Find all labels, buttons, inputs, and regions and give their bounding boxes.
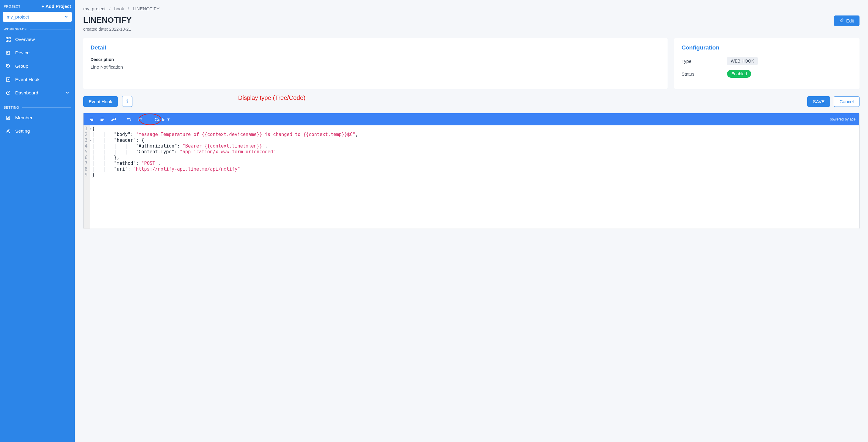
project-selector[interactable]: my_project <box>3 12 72 22</box>
setting-section-label: SETTING <box>4 106 71 109</box>
wrench-icon[interactable] <box>109 115 118 124</box>
status-badge: Enabled <box>727 70 751 78</box>
breadcrumb-separator: / <box>109 6 111 11</box>
main-content: my_project / hook / LINENOTIFY LINENOTIF… <box>75 0 868 442</box>
json-editor: Code ▾ powered by ace 123456789 {| | "bo… <box>83 113 860 229</box>
svg-rect-4 <box>7 51 10 54</box>
tag-icon <box>5 63 11 69</box>
breadcrumb-item[interactable]: hook <box>114 6 124 11</box>
line-gutter: 123456789 <box>84 125 90 229</box>
chevron-down-icon <box>66 90 69 96</box>
editor-toolbar: Code ▾ powered by ace <box>84 113 859 125</box>
code-area[interactable]: 123456789 {| | "body": "message=Temperat… <box>84 125 859 229</box>
detail-card: Detail Description Line Notification <box>83 38 668 89</box>
description-label: Description <box>91 57 660 62</box>
page-title: LINENOTIFY <box>83 15 132 25</box>
sidebar-item-label: Device <box>15 50 29 56</box>
info-button[interactable]: i <box>122 96 132 107</box>
sidebar-item-dashboard[interactable]: Dashboard <box>3 86 72 100</box>
breadcrumb-separator: / <box>128 6 129 11</box>
member-icon <box>5 115 11 121</box>
grid-icon <box>5 37 11 42</box>
created-date: created date: 2022-10-21 <box>83 27 132 32</box>
sidebar-item-overview[interactable]: Overview <box>3 33 72 46</box>
breadcrumb: my_project / hook / LINENOTIFY <box>83 6 860 11</box>
description-value: Line Notification <box>91 64 660 69</box>
pencil-icon <box>839 18 844 23</box>
sidebar-item-label: Event Hook <box>15 77 39 82</box>
expand-all-icon[interactable] <box>87 115 96 124</box>
sidebar-item-label: Setting <box>15 128 30 134</box>
svg-rect-0 <box>6 37 8 39</box>
redo-icon[interactable] <box>136 115 144 124</box>
breadcrumb-item: LINENOTIFY <box>133 6 159 11</box>
chip-icon <box>5 50 11 56</box>
sidebar-item-label: Dashboard <box>15 90 38 96</box>
arrow-box-icon <box>5 77 11 82</box>
sidebar-item-member[interactable]: Member <box>3 111 72 124</box>
sidebar-item-device[interactable]: Device <box>3 46 72 60</box>
sidebar: PROJECT + Add Project my_project WORKSPA… <box>0 0 75 442</box>
annotation-text: Display type (Tree/Code) <box>238 94 306 101</box>
event-hook-button[interactable]: Event Hook <box>83 96 118 107</box>
mode-dropdown[interactable]: Code ▾ <box>152 115 173 123</box>
configuration-card: Configuration Type WEB HOOK Status Enabl… <box>674 38 860 89</box>
add-project-button[interactable]: + Add Project <box>41 4 71 9</box>
cancel-button[interactable]: Cancel <box>834 96 860 107</box>
plus-icon: + <box>41 4 44 9</box>
detail-title: Detail <box>91 44 660 51</box>
gear-icon <box>5 128 11 134</box>
sidebar-item-eventhook[interactable]: Event Hook <box>3 73 72 86</box>
sidebar-item-group[interactable]: Group <box>3 60 72 73</box>
powered-by-label: powered by ace <box>830 117 856 121</box>
project-section-label: PROJECT <box>4 5 20 8</box>
project-selector-value: my_project <box>7 14 29 20</box>
svg-rect-2 <box>6 40 8 41</box>
breadcrumb-item[interactable]: my_project <box>83 6 105 11</box>
sidebar-item-label: Overview <box>15 37 35 42</box>
chevron-down-icon <box>64 14 68 20</box>
svg-point-5 <box>7 65 8 66</box>
collapse-all-icon[interactable] <box>98 115 106 124</box>
svg-rect-1 <box>9 37 10 39</box>
code-content[interactable]: {| | "body": "message=Temperature of {{c… <box>90 125 360 229</box>
save-button[interactable]: SAVE <box>807 96 830 107</box>
edit-button[interactable]: Edit <box>834 15 860 26</box>
caret-down-icon: ▾ <box>167 117 170 122</box>
workspace-section-label: WORKSPACE <box>4 27 71 31</box>
status-label: Status <box>682 71 727 76</box>
gauge-icon <box>5 90 11 96</box>
undo-icon[interactable] <box>125 115 133 124</box>
svg-point-9 <box>8 117 9 118</box>
sidebar-item-label: Group <box>15 63 28 69</box>
sidebar-item-setting[interactable]: Setting <box>3 124 72 138</box>
sidebar-item-label: Member <box>15 115 32 121</box>
type-label: Type <box>682 59 727 64</box>
config-title: Configuration <box>682 44 852 51</box>
type-badge: WEB HOOK <box>727 57 758 65</box>
svg-rect-3 <box>9 40 10 41</box>
svg-point-10 <box>8 130 9 132</box>
